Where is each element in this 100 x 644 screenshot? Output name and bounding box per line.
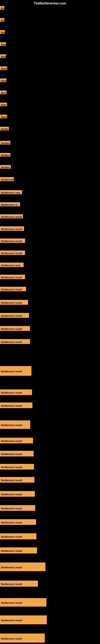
bottleneck-item: Bottl <box>0 66 7 70</box>
bottleneck-item: Bot <box>0 30 5 34</box>
bottleneck-item: Bottleneck result <box>0 250 25 255</box>
bottleneck-item: Bottleneck result <box>0 519 36 525</box>
bottleneck-item: Bott <box>0 90 7 94</box>
bottleneck-item: Bottleneck result <box>0 580 38 587</box>
bottleneck-item: Bott <box>0 54 6 58</box>
bottleneck-item: Bottleneck result <box>0 402 32 408</box>
bottleneck-item: Bottleneck result <box>0 533 36 539</box>
bottleneck-item: Bottleneck result <box>0 616 47 624</box>
bottleneck-item: Bottleneck result <box>0 464 34 470</box>
bottleneck-item: Bottleneck result <box>0 287 26 291</box>
bottleneck-item: Bottleneck <box>0 177 14 181</box>
bottleneck-item: Bottlen <box>0 153 10 156</box>
bottleneck-item: Bottleneck result <box>0 491 35 497</box>
bottleneck-item: Bottleneck result <box>0 339 30 344</box>
bottleneck-item: Bottleneck result <box>0 438 33 443</box>
bottleneck-item: Bott <box>0 78 6 82</box>
bottleneck-item: Bottle <box>0 127 9 130</box>
bottleneck-item: Bottleneck resu <box>0 263 24 267</box>
bottleneck-item: Bottleneck result <box>0 505 35 511</box>
bottleneck-item: Bottleneck result <box>0 390 32 395</box>
bottleneck-item: Bottleneck result <box>0 562 46 571</box>
bottleneck-item: Bottleneck result <box>0 300 28 305</box>
bottleneck-item: Bottlen <box>0 141 10 144</box>
bottleneck-item: Bottleneck result <box>0 226 24 231</box>
bottleneck-item: Bo <box>0 18 4 22</box>
site-title: TheBottlenecker.com <box>34 2 66 5</box>
bottleneck-item: Bottleneck result <box>0 548 37 554</box>
bottleneck-item: Bottleneck result <box>0 326 30 331</box>
bottleneck-item: Bottlen <box>0 165 11 169</box>
bottleneck-item: Bo <box>0 6 4 10</box>
bottleneck-item: Bottleneck result <box>0 366 31 376</box>
bottleneck-item: Bottleneck re <box>0 202 20 206</box>
bottleneck-item: Bottleneck result <box>0 313 29 318</box>
bottleneck-item: Bott <box>0 42 6 46</box>
bottleneck-item: Bottleneck result <box>0 238 25 243</box>
bottleneck-item: Bottl <box>0 115 7 118</box>
bottleneck-item: Bottleneck result <box>0 275 25 279</box>
bottleneck-item: Bottleneck result <box>0 420 30 429</box>
bottleneck-item: Bottleneck result <box>0 598 47 606</box>
bottleneck-item: Bottleneck result <box>0 451 34 456</box>
bottleneck-item: Bottleneck result <box>0 634 45 642</box>
bottleneck-item: Bott <box>0 103 7 106</box>
bottleneck-item: Bottleneck result <box>0 214 23 218</box>
bottleneck-item: Bottleneck result <box>0 477 34 482</box>
bottleneck-item: Bottleneck resu <box>0 190 22 194</box>
